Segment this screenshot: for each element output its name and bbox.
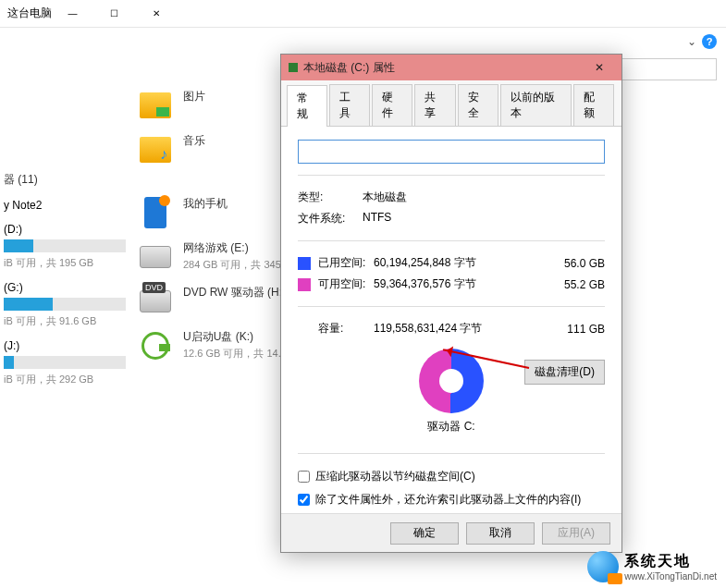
dialog-close-button[interactable]: ✕ — [581, 61, 618, 74]
dvd-icon — [139, 285, 172, 318]
dialog-titlebar[interactable]: 本地磁盘 (C:) 属性 ✕ — [281, 55, 621, 80]
free-color-swatch — [298, 278, 311, 291]
drive-name: y Note2 — [4, 199, 126, 212]
capacity-row: 容量: 119,558,631,424 字节 111 GB — [298, 318, 605, 339]
dialog-body: 类型: 本地磁盘 文件系统: NTFS 已用空间: 60,194,254,848… — [281, 127, 621, 524]
drive-sub: iB 可用，共 195 GB — [4, 256, 126, 270]
help-icon[interactable]: ? — [702, 34, 717, 49]
item-label: 音乐 — [183, 133, 205, 149]
watermark-title: 系统天地 — [624, 552, 717, 571]
tab-quota[interactable]: 配额 — [573, 84, 614, 126]
pie-chart-icon — [419, 349, 484, 413]
free-space-row: 可用空间: 59,364,376,576 字节 55.2 GB — [298, 274, 605, 295]
item-label: 图片 — [183, 89, 205, 104]
type-row: 类型: 本地磁盘 — [298, 187, 605, 208]
free-bytes: 59,364,376,576 字节 — [374, 276, 549, 292]
dialog-title: 本地磁盘 (C:) 属性 — [303, 60, 581, 76]
close-button[interactable]: ✕ — [135, 0, 177, 28]
drive-name: (D:) — [4, 223, 126, 236]
item-label: 网络游戏 (E:) — [183, 240, 291, 256]
window-titlebar: 这台电脑 — ☐ ✕ — [0, 0, 726, 28]
music-folder-icon — [139, 133, 172, 166]
usage-bar — [4, 356, 126, 369]
used-bytes: 60,194,254,848 字节 — [374, 255, 549, 271]
phone-icon — [139, 196, 172, 229]
apply-button[interactable]: 应用(A) — [542, 522, 610, 545]
volume-name-input[interactable] — [298, 140, 605, 164]
list-item[interactable]: (G:) iB 可用，共 91.6 GB — [0, 276, 129, 334]
tab-previous[interactable]: 以前的版本 — [500, 84, 572, 126]
dialog-footer: 确定 取消 应用(A) — [281, 513, 621, 552]
drive-label: 驱动器 C: — [298, 419, 605, 442]
pictures-folder-icon — [139, 89, 172, 122]
list-item[interactable]: y Note2 — [0, 193, 129, 217]
usage-bar — [4, 239, 126, 252]
divider — [298, 175, 605, 176]
item-label: DVD RW 驱动器 (H:) — [183, 285, 286, 300]
watermark: 系统天地 www.XiTongTianDi.net — [587, 551, 717, 582]
left-column: 器 (11) y Note2 (D:) iB 可用，共 195 GB (G:) … — [0, 83, 129, 392]
divider — [298, 453, 605, 454]
tab-strip: 常规 工具 硬件 共享 安全 以前的版本 配额 — [281, 80, 621, 127]
list-item[interactable]: (J:) iB 可用，共 292 GB — [0, 334, 129, 392]
usage-bar — [4, 298, 126, 311]
watermark-url: www.XiTongTianDi.net — [624, 571, 717, 582]
drive-icon — [289, 63, 298, 72]
capacity-label: 容量: — [318, 321, 374, 337]
used-gb: 56.0 GB — [549, 257, 605, 270]
compress-row: 压缩此驱动器以节约磁盘空间(C) — [298, 465, 605, 488]
used-space-row: 已用空间: 60,194,254,848 字节 56.0 GB — [298, 252, 605, 274]
drive-sub: iB 可用，共 91.6 GB — [4, 314, 126, 328]
list-item[interactable]: (D:) iB 可用，共 195 GB — [0, 217, 129, 276]
tab-tools[interactable]: 工具 — [329, 84, 370, 126]
drive-name: (J:) — [4, 339, 126, 352]
maximize-button[interactable]: ☐ — [93, 0, 135, 28]
devices-header: 器 (11) — [0, 166, 129, 193]
disk-cleanup-button[interactable]: 磁盘清理(D) — [524, 360, 605, 385]
divider — [298, 240, 605, 241]
divider — [298, 306, 605, 307]
window-title: 这台电脑 — [7, 6, 52, 21]
capacity-gb: 111 GB — [549, 323, 605, 336]
free-gb: 55.2 GB — [549, 278, 605, 291]
tab-sharing[interactable]: 共享 — [414, 84, 455, 126]
drive-name: (G:) — [4, 281, 126, 294]
free-label: 可用空间: — [318, 276, 374, 292]
tab-hardware[interactable]: 硬件 — [372, 84, 412, 126]
fs-value: NTFS — [363, 211, 605, 227]
filesystem-row: 文件系统: NTFS — [298, 208, 605, 229]
compress-checkbox[interactable] — [298, 471, 310, 483]
properties-dialog: 本地磁盘 (C:) 属性 ✕ 常规 工具 硬件 共享 安全 以前的版本 配额 类… — [280, 54, 622, 553]
tab-general[interactable]: 常规 — [287, 85, 327, 127]
tab-security[interactable]: 安全 — [458, 84, 498, 126]
type-value: 本地磁盘 — [363, 190, 605, 205]
cancel-button[interactable]: 取消 — [466, 522, 535, 545]
index-checkbox[interactable] — [298, 494, 310, 506]
chevron-down-icon[interactable]: ⌄ — [687, 35, 696, 48]
index-label: 除了文件属性外，还允许索引此驱动器上文件的内容(I) — [315, 492, 581, 508]
type-label: 类型: — [298, 190, 363, 205]
hdd-icon — [139, 240, 172, 274]
window-controls: — ☐ ✕ — [52, 0, 177, 28]
used-color-swatch — [298, 257, 311, 270]
index-row: 除了文件属性外，还允许索引此驱动器上文件的内容(I) — [298, 488, 605, 511]
capacity-bytes: 119,558,631,424 字节 — [374, 321, 549, 337]
item-sub: 284 GB 可用，共 345 G — [183, 258, 291, 272]
item-label: 我的手机 — [183, 196, 228, 212]
usb-icon — [139, 329, 172, 362]
toolbar: ⌄ ? — [0, 28, 726, 55]
drive-sub: iB 可用，共 292 GB — [4, 373, 126, 386]
fs-label: 文件系统: — [298, 211, 363, 227]
compress-label: 压缩此驱动器以节约磁盘空间(C) — [315, 469, 475, 484]
globe-icon — [587, 551, 619, 582]
ok-button[interactable]: 确定 — [390, 522, 459, 545]
watermark-text: 系统天地 www.XiTongTianDi.net — [624, 552, 717, 582]
used-label: 已用空间: — [318, 255, 374, 271]
minimize-button[interactable]: — — [52, 0, 93, 28]
